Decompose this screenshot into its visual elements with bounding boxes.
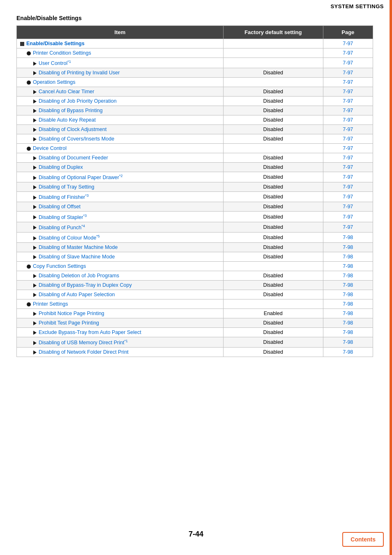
item-link[interactable]: Disabling of Finisher*3: [39, 194, 89, 200]
page-link[interactable]: 7-98: [343, 263, 353, 269]
item-link[interactable]: Disabling of Document Feeder: [39, 155, 108, 161]
item-link[interactable]: Disabling of Optional Paper Drawer*2: [39, 175, 122, 180]
table-cell-default: Disabled: [223, 153, 323, 163]
item-link[interactable]: Disabling of Punch*4: [39, 225, 85, 230]
item-link[interactable]: Disabling of Duplex: [39, 164, 83, 170]
page-link[interactable]: 7-98: [343, 329, 353, 335]
table-row: Disabling of Stapler*3Disabled7-97: [17, 212, 373, 222]
page-link[interactable]: 7-98: [343, 349, 353, 355]
page-link[interactable]: 7-97: [343, 204, 353, 210]
item-link[interactable]: Device Control: [33, 145, 67, 151]
page-link[interactable]: 7-97: [343, 164, 353, 170]
page-header: SYSTEM SETTINGS: [0, 0, 392, 9]
item-link[interactable]: Disabling of Slave Machine Mode: [39, 254, 115, 260]
item-link[interactable]: Cancel Auto Clear Timer: [39, 89, 94, 94]
page-link[interactable]: 7-97: [343, 174, 353, 180]
table-cell-default: Disabled: [223, 242, 323, 252]
table-cell-item: Disabling of Auto Paper Selection: [17, 290, 224, 299]
page-link[interactable]: 7-97: [343, 136, 353, 142]
table-cell-item: Operation Settings: [17, 78, 224, 87]
page-link[interactable]: 7-97: [343, 224, 353, 230]
page-link[interactable]: 7-98: [343, 339, 353, 345]
page-link[interactable]: 7-98: [343, 301, 353, 307]
table-cell-item: Cancel Auto Clear Timer: [17, 87, 224, 97]
item-link[interactable]: Disabling of Bypass-Tray in Duplex Copy: [39, 282, 132, 288]
item-link[interactable]: Disabling of Auto Paper Selection: [39, 292, 115, 297]
item-link[interactable]: Disabling of Printing by Invalid User: [39, 70, 120, 76]
page-link[interactable]: 7-97: [343, 70, 353, 76]
item-link[interactable]: Disabling of Colour Mode*5: [39, 235, 100, 241]
page-link[interactable]: 7-98: [343, 254, 353, 260]
page-link[interactable]: 7-97: [343, 184, 353, 190]
table-cell-default: Disabled: [223, 337, 323, 347]
item-link[interactable]: Enable/Disable Settings: [26, 41, 85, 46]
table-cell-page: 7-98: [323, 318, 373, 327]
table-cell-default: Disabled: [223, 115, 323, 125]
table-cell-item: Printer Settings: [17, 299, 224, 309]
page-link[interactable]: 7-97: [343, 117, 353, 123]
table-cell-page: 7-98: [323, 242, 373, 252]
table-row: Disabling of Punch*4Disabled7-97: [17, 222, 373, 232]
table-cell-page: 7-98: [323, 232, 373, 242]
item-link[interactable]: Disabling of USB Memory Direct Print*1: [39, 340, 128, 345]
contents-button[interactable]: Contents: [342, 532, 384, 547]
item-link[interactable]: Disabling of Clock Adjustment: [39, 127, 106, 132]
item-link[interactable]: Disabling of Stapler*3: [39, 214, 87, 220]
arrow-bullet-icon: [33, 137, 37, 141]
table-cell-default: Disabled: [223, 192, 323, 202]
item-link[interactable]: Disabling of Job Priority Operation: [39, 98, 117, 104]
table-cell-item: Disabling of Finisher*3: [17, 192, 224, 202]
item-link[interactable]: Disabling of Master Machine Mode: [39, 244, 118, 250]
table-cell-item: Printer Condition Settings: [17, 48, 224, 58]
page-link[interactable]: 7-97: [343, 145, 353, 151]
table-cell-item: Disabling of Printing by Invalid User: [17, 68, 224, 78]
table-cell-page: 7-97: [323, 192, 373, 202]
item-link[interactable]: Prohibit Test Page Printing: [39, 320, 99, 326]
superscript: *4: [81, 224, 85, 228]
page-link[interactable]: 7-97: [343, 214, 353, 220]
page-link[interactable]: 7-97: [343, 108, 353, 113]
table-cell-item: Disabling of Colour Mode*5: [17, 232, 224, 242]
page-link[interactable]: 7-98: [343, 244, 353, 250]
page-link[interactable]: 7-97: [343, 50, 353, 56]
page-link[interactable]: 7-97: [343, 79, 353, 85]
item-link[interactable]: Disabling of Offset: [39, 204, 81, 210]
page-link[interactable]: 7-97: [343, 41, 353, 46]
page-link[interactable]: 7-98: [343, 311, 353, 316]
page-link[interactable]: 7-98: [343, 320, 353, 326]
page-link[interactable]: 7-97: [343, 155, 353, 161]
item-link[interactable]: Disabling of Tray Setting: [39, 184, 95, 190]
table-cell-default: [223, 78, 323, 87]
item-link[interactable]: Printer Condition Settings: [33, 50, 91, 56]
item-link[interactable]: Copy Function Settings: [33, 263, 86, 269]
table-row: Disabling of Bypass PrintingDisabled7-97: [17, 106, 373, 115]
page-link[interactable]: 7-97: [343, 127, 353, 132]
item-link[interactable]: Printer Settings: [33, 301, 68, 307]
table-cell-item: Disabling of USB Memory Direct Print*1: [17, 337, 224, 347]
item-link[interactable]: User Control*1: [39, 60, 71, 66]
page-link[interactable]: 7-97: [343, 194, 353, 200]
table-cell-page: 7-97: [323, 78, 373, 87]
item-link[interactable]: Prohibit Notice Page Printing: [39, 311, 104, 316]
page-link[interactable]: 7-97: [343, 89, 353, 94]
page-link[interactable]: 7-98: [343, 273, 353, 279]
page-link[interactable]: 7-98: [343, 292, 353, 297]
page-link[interactable]: 7-97: [343, 60, 353, 66]
table-cell-page: 7-97: [323, 125, 373, 134]
table-cell-default: Disabled: [223, 125, 323, 134]
table-row: Disabling of Document FeederDisabled7-97: [17, 153, 373, 163]
item-link[interactable]: Disable Auto Key Repeat: [39, 117, 96, 123]
item-link[interactable]: Exclude Bypass-Tray from Auto Paper Sele…: [39, 329, 141, 335]
item-link[interactable]: Operation Settings: [33, 79, 76, 85]
page-link[interactable]: 7-98: [343, 235, 353, 240]
item-link[interactable]: Disabling of Covers/Inserts Mode: [39, 136, 114, 142]
table-cell-page: 7-97: [323, 134, 373, 144]
item-link[interactable]: Disabling of Bypass Printing: [39, 108, 103, 113]
table-cell-item: User Control*1: [17, 58, 224, 68]
page-link[interactable]: 7-97: [343, 98, 353, 104]
item-link[interactable]: Disabling of Network Folder Direct Print: [39, 349, 129, 355]
arrow-bullet-icon: [33, 350, 37, 355]
table-cell-item: Disabling of Covers/Inserts Mode: [17, 134, 224, 144]
item-link[interactable]: Disabling Deletion of Job Programs: [39, 273, 119, 279]
page-link[interactable]: 7-98: [343, 282, 353, 288]
